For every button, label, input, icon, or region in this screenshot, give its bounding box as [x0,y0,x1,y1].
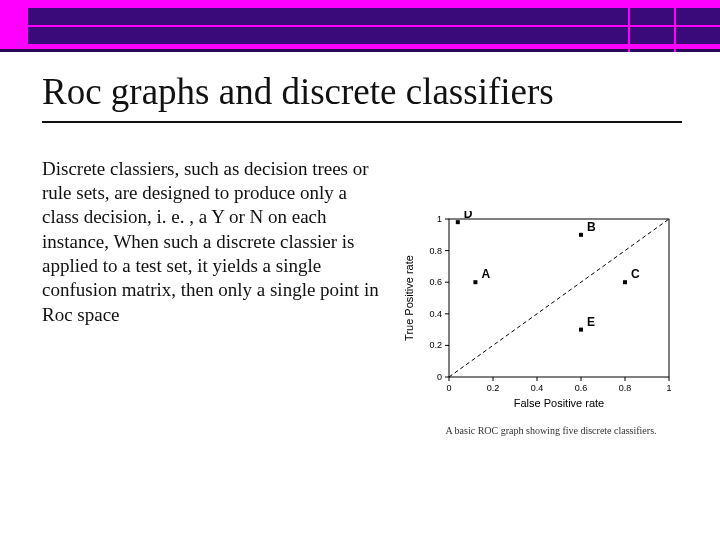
svg-text:0: 0 [437,372,442,382]
svg-text:0.8: 0.8 [619,383,632,393]
svg-text:0: 0 [446,383,451,393]
header-bar-separator [28,25,720,27]
svg-text:B: B [587,219,596,233]
svg-line-25 [449,219,669,377]
svg-text:1: 1 [437,214,442,224]
svg-text:False Positive rate: False Positive rate [514,397,604,409]
header-bar-notch [628,0,676,52]
svg-text:0.4: 0.4 [531,383,544,393]
svg-text:0.6: 0.6 [575,383,588,393]
content-row: Discrete classiers, such as decision tre… [0,129,720,436]
svg-text:True Positive rate: True Positive rate [403,255,415,341]
svg-text:0.4: 0.4 [429,308,442,318]
title-underline [42,121,682,123]
decorative-header-bar [0,0,720,52]
svg-rect-28 [579,232,583,236]
svg-text:E: E [587,314,595,328]
roc-scatter-chart: 00.20.40.60.8100.20.40.60.81ABCDEFalse P… [399,211,679,411]
svg-rect-34 [579,327,583,331]
svg-text:0.8: 0.8 [429,245,442,255]
title-block: Roc graphs and discrete classifiers [0,52,720,129]
svg-text:0.2: 0.2 [429,340,442,350]
roc-chart-container: 00.20.40.60.8100.20.40.60.81ABCDEFalse P… [394,211,684,436]
svg-text:0.2: 0.2 [487,383,500,393]
svg-text:D: D [464,211,473,221]
svg-text:0.6: 0.6 [429,277,442,287]
svg-text:C: C [631,267,640,281]
svg-rect-26 [473,280,477,284]
chart-caption: A basic ROC graph showing five discrete … [406,425,696,436]
svg-text:1: 1 [666,383,671,393]
slide-title: Roc graphs and discrete classifiers [42,72,678,113]
svg-text:A: A [481,267,490,281]
body-paragraph: Discrete classiers, such as decision tre… [42,157,380,327]
svg-rect-32 [456,220,460,224]
svg-rect-30 [623,280,627,284]
